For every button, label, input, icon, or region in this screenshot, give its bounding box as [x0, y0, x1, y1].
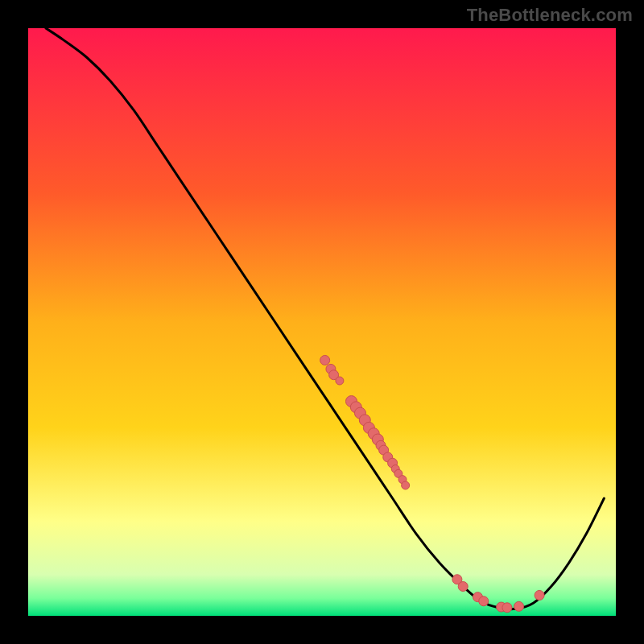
highlight-dot — [320, 355, 330, 365]
highlight-dot — [535, 590, 544, 600]
highlight-dot — [514, 601, 524, 611]
chart-stage: TheBottleneck.com — [0, 0, 644, 644]
highlight-dot — [402, 481, 410, 489]
highlight-dot — [458, 582, 468, 592]
bottleneck-chart — [0, 0, 644, 644]
highlight-dot — [336, 377, 344, 385]
highlight-dot — [502, 603, 512, 613]
highlight-dot — [479, 597, 489, 606]
plot-background — [28, 28, 616, 616]
